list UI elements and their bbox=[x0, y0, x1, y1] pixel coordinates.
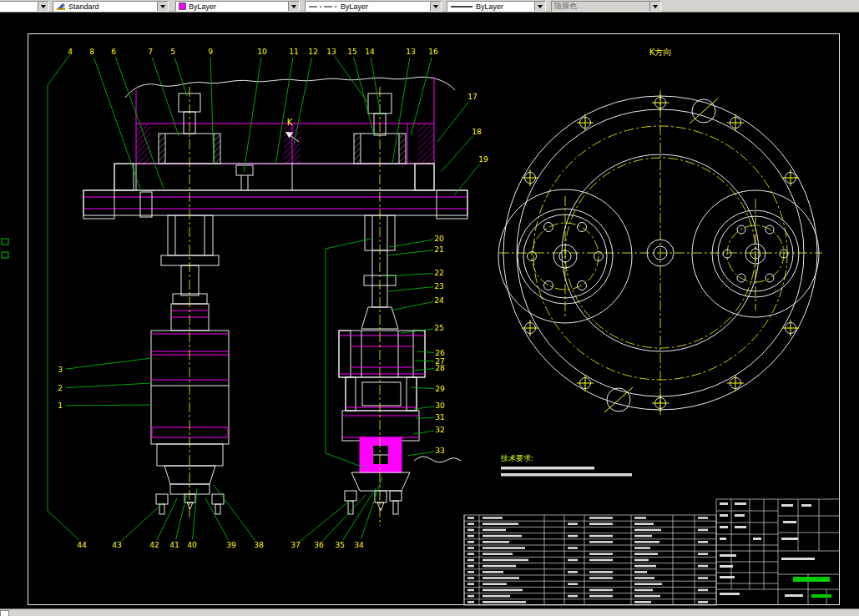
text-style-arrow[interactable] bbox=[157, 2, 168, 11]
title-block bbox=[716, 499, 840, 605]
text-style-icon bbox=[56, 3, 66, 11]
drawing-canvas[interactable]: K bbox=[0, 0, 859, 616]
linetype-combo-arrow[interactable] bbox=[430, 2, 441, 11]
svg-text:29: 29 bbox=[435, 385, 445, 393]
svg-text:26: 26 bbox=[435, 349, 445, 357]
svg-text:37: 37 bbox=[291, 541, 300, 549]
svg-text:9: 9 bbox=[208, 48, 213, 56]
tech-requirements: 技术要求: bbox=[500, 454, 632, 477]
status-strip bbox=[0, 608, 859, 616]
statusbar-fragment bbox=[0, 610, 9, 616]
svg-text:11: 11 bbox=[289, 48, 298, 56]
k-view-label: K方向 bbox=[649, 48, 672, 57]
svg-text:8: 8 bbox=[89, 48, 94, 56]
svg-text:25: 25 bbox=[434, 324, 443, 332]
svg-text:16: 16 bbox=[428, 48, 438, 56]
linetype-glyph-icon bbox=[308, 3, 338, 10]
lineweight-combo[interactable]: ByLayer bbox=[447, 1, 546, 12]
svg-text:24: 24 bbox=[434, 296, 444, 305]
text-style-value: Standard bbox=[66, 3, 99, 11]
svg-text:33: 33 bbox=[435, 447, 444, 455]
svg-text:6: 6 bbox=[111, 48, 116, 56]
svg-text:21: 21 bbox=[434, 245, 443, 254]
svg-text:41: 41 bbox=[169, 541, 179, 549]
callout-layer: 4867591011121315141316171819202122232425… bbox=[48, 48, 488, 549]
layer-combo[interactable] bbox=[0, 1, 49, 12]
svg-text:17: 17 bbox=[467, 93, 477, 101]
svg-text:19: 19 bbox=[478, 155, 488, 164]
svg-text:13: 13 bbox=[326, 48, 336, 56]
color-value: ByLayer bbox=[186, 3, 216, 11]
lineweight-glyph-icon bbox=[450, 3, 473, 10]
plot-style-value: 随颜色 bbox=[552, 1, 577, 12]
parts-list-table bbox=[464, 515, 716, 605]
text-style-combo[interactable]: Standard bbox=[53, 1, 169, 12]
svg-text:36: 36 bbox=[314, 541, 324, 549]
svg-text:13: 13 bbox=[406, 48, 415, 56]
autocad-window: { "toolbar": { "style": {"value": "Stand… bbox=[0, 0, 859, 616]
svg-text:2: 2 bbox=[58, 384, 63, 392]
svg-text:22: 22 bbox=[434, 269, 443, 277]
tech-requirements-title: 技术要求: bbox=[500, 454, 533, 462]
linetype-combo[interactable]: ByLayer bbox=[305, 1, 442, 12]
ucs-icon bbox=[2, 239, 8, 258]
svg-text:7: 7 bbox=[148, 48, 153, 56]
svg-text:31: 31 bbox=[435, 413, 444, 422]
svg-text:18: 18 bbox=[472, 128, 482, 136]
svg-text:23: 23 bbox=[434, 282, 443, 290]
svg-text:15: 15 bbox=[347, 48, 356, 56]
linetype-value: ByLayer bbox=[338, 3, 368, 11]
svg-text:39: 39 bbox=[226, 541, 236, 549]
color-combo-arrow[interactable] bbox=[288, 2, 299, 11]
svg-text:20: 20 bbox=[434, 235, 444, 243]
section-arrow-label: K bbox=[287, 118, 293, 127]
svg-text:30: 30 bbox=[435, 401, 445, 410]
svg-text:12: 12 bbox=[308, 48, 317, 56]
plot-style-combo: 随颜色 bbox=[551, 1, 661, 12]
svg-text:14: 14 bbox=[365, 48, 375, 56]
svg-text:44: 44 bbox=[77, 541, 87, 549]
svg-text:40: 40 bbox=[187, 541, 197, 549]
color-swatch bbox=[179, 3, 186, 10]
svg-text:4: 4 bbox=[68, 48, 73, 56]
svg-text:10: 10 bbox=[257, 48, 267, 56]
color-combo[interactable]: ByLayer bbox=[175, 1, 300, 12]
svg-text:43: 43 bbox=[112, 541, 121, 549]
svg-text:32: 32 bbox=[435, 426, 444, 434]
plot-style-combo-arrow bbox=[649, 2, 660, 11]
svg-text:34: 34 bbox=[354, 541, 364, 549]
layer-combo-arrow[interactable] bbox=[38, 2, 48, 11]
svg-text:28: 28 bbox=[435, 364, 445, 372]
svg-text:1: 1 bbox=[58, 401, 63, 410]
properties-toolbar: Standard ByLayer ByLayer ByLayer 随颜色 bbox=[0, 0, 859, 13]
k-view: K方向 bbox=[498, 48, 822, 415]
svg-text:35: 35 bbox=[335, 541, 344, 549]
lineweight-combo-arrow[interactable] bbox=[534, 2, 545, 11]
svg-text:3: 3 bbox=[58, 366, 63, 374]
svg-text:42: 42 bbox=[149, 541, 159, 549]
lineweight-value: ByLayer bbox=[473, 3, 503, 11]
front-view: K bbox=[83, 77, 467, 526]
svg-text:38: 38 bbox=[254, 541, 264, 549]
svg-text:5: 5 bbox=[170, 48, 175, 56]
